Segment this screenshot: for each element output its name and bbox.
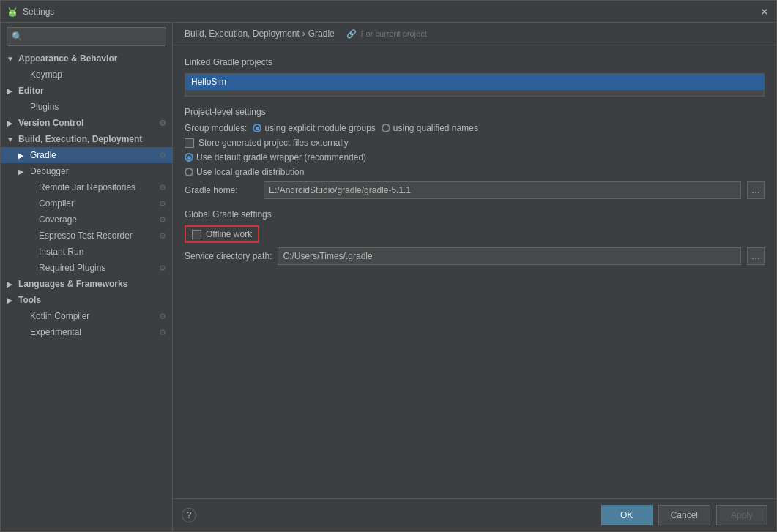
window-title: Settings (23, 7, 54, 17)
settings-icon: ⚙ (159, 119, 166, 128)
settings-icon: ⚙ (159, 183, 166, 192)
sidebar-item-required-plugins[interactable]: Required Plugins ⚙ (1, 260, 172, 276)
linked-gradle-projects-label: Linked Gradle projects (185, 57, 765, 67)
title-bar: Settings ✕ (1, 1, 776, 23)
radio-local-distribution[interactable]: Use local gradle distribution (185, 167, 304, 177)
sidebar-item-plugins[interactable]: Plugins (1, 99, 172, 115)
arrow-icon: ▶ (18, 151, 27, 160)
sidebar-item-build-execution-deployment[interactable]: ▼ Build, Execution, Deployment (1, 131, 172, 147)
close-button[interactable]: ✕ (759, 6, 770, 18)
arrow-icon: ▶ (7, 119, 15, 127)
radio-group-explicit: using explicit module groups (253, 123, 375, 133)
group-modules-row: Group modules: using explicit module gro… (185, 123, 765, 133)
radio-default-wrapper[interactable]: Use default gradle wrapper (recommended) (185, 152, 366, 162)
apply-button[interactable]: Apply (716, 505, 767, 525)
breadcrumb: Build, Execution, Deployment › Gradle 🔗 … (173, 23, 776, 45)
ok-button[interactable]: OK (601, 505, 653, 525)
sidebar-item-appearance-behavior[interactable]: ▼ Appearance & Behavior (1, 50, 172, 67)
group-modules-label: Group modules: (185, 123, 247, 133)
global-gradle-settings: Global Gradle settings Offline work Serv… (185, 209, 765, 265)
radio-qualified-names[interactable]: using qualified names (382, 123, 478, 133)
sidebar-item-tools[interactable]: ▶ Tools (1, 292, 172, 308)
settings-icon: ⚙ (159, 215, 166, 225)
sidebar-item-remote-jar-repositories[interactable]: Remote Jar Repositories ⚙ (1, 179, 172, 195)
svg-rect-1 (9, 12, 16, 16)
svg-point-3 (14, 12, 15, 13)
sidebar-item-languages-frameworks[interactable]: ▶ Languages & Frameworks (1, 276, 172, 292)
svg-line-5 (15, 8, 16, 10)
project-list-item[interactable]: HelloSim (185, 74, 764, 90)
radio-explicit-module-groups[interactable]: using explicit module groups (253, 123, 375, 133)
sidebar: 🔍 ▼ Appearance & Behavior Keymap ▶ Edito… (1, 23, 173, 531)
sidebar-item-version-control[interactable]: ▶ Version Control ⚙ (1, 115, 172, 131)
main-panel: Build, Execution, Deployment › Gradle 🔗 … (173, 23, 776, 531)
offline-work-label: Offline work (206, 229, 252, 239)
radio-group-qualified: using qualified names (382, 123, 478, 133)
help-button[interactable]: ? (182, 508, 196, 522)
linked-gradle-projects-list: HelloSim (185, 73, 765, 97)
use-local-distribution-row: Use local gradle distribution (185, 167, 765, 177)
service-directory-row: Service directory path: … (185, 247, 765, 265)
service-directory-label: Service directory path: (185, 251, 272, 261)
store-generated-checkbox-row[interactable]: Store generated project files externally (185, 138, 349, 148)
store-generated-row: Store generated project files externally (185, 138, 765, 148)
cancel-button[interactable]: Cancel (658, 505, 710, 525)
gradle-home-label: Gradle home: (185, 185, 258, 195)
gradle-home-browse-btn[interactable]: … (747, 181, 765, 199)
settings-icon: ⚙ (159, 199, 166, 209)
radio-qualified-btn[interactable] (382, 124, 390, 132)
search-input[interactable] (26, 31, 161, 42)
offline-work-row: Offline work (185, 225, 765, 243)
sidebar-item-espresso-test-recorder[interactable]: Espresso Test Recorder ⚙ (1, 228, 172, 244)
project-level-settings-label: Project-level settings (185, 107, 765, 117)
settings-icon: ⚙ (159, 231, 166, 241)
use-default-wrapper-row: Use default gradle wrapper (recommended) (185, 152, 765, 162)
arrow-icon: ▼ (7, 55, 15, 63)
sidebar-item-coverage[interactable]: Coverage ⚙ (1, 211, 172, 228)
store-generated-checkbox[interactable] (185, 138, 194, 148)
settings-icon: ⚙ (159, 263, 166, 273)
settings-window: Settings ✕ 🔍 ▼ Appearance & Behavior Key… (0, 0, 777, 532)
arrow-icon: ▼ (7, 135, 15, 143)
main-content: 🔍 ▼ Appearance & Behavior Keymap ▶ Edito… (1, 23, 776, 531)
global-gradle-settings-label: Global Gradle settings (185, 209, 765, 220)
bottom-bar: ? OK Cancel Apply (173, 498, 776, 531)
project-level-settings: Project-level settings Group modules: us… (185, 107, 765, 199)
offline-work-checkbox-box[interactable]: Offline work (185, 225, 259, 243)
service-directory-input[interactable] (278, 247, 741, 265)
settings-icon: ⚙ (159, 328, 166, 337)
sidebar-item-kotlin-compiler[interactable]: Kotlin Compiler ⚙ (1, 308, 172, 324)
search-box[interactable]: 🔍 (7, 27, 166, 46)
sidebar-item-editor[interactable]: ▶ Editor (1, 83, 172, 99)
gradle-home-row: Gradle home: … (185, 181, 765, 199)
radio-default-wrapper-btn[interactable] (185, 153, 193, 162)
sidebar-item-keymap[interactable]: Keymap (1, 67, 172, 83)
svg-line-4 (10, 8, 11, 10)
search-icon: 🔍 (12, 31, 23, 42)
sidebar-item-experimental[interactable]: Experimental ⚙ (1, 324, 172, 340)
sidebar-item-instant-run[interactable]: Instant Run (1, 244, 172, 260)
gradle-home-input[interactable] (264, 181, 741, 199)
radio-explicit-btn[interactable] (253, 124, 261, 132)
bottom-left: ? (182, 508, 196, 522)
sidebar-item-compiler[interactable]: Compiler ⚙ (1, 195, 172, 211)
arrow-icon: ▶ (7, 280, 15, 288)
arrow-icon: ▶ (7, 87, 15, 95)
radio-local-distribution-btn[interactable] (185, 168, 193, 176)
breadcrumb-part1: Build, Execution, Deployment (185, 29, 300, 39)
service-directory-browse-btn[interactable]: … (747, 247, 765, 265)
settings-icon: ⚙ (159, 151, 166, 160)
breadcrumb-part2: Gradle (308, 29, 335, 39)
settings-icon: ⚙ (159, 312, 166, 321)
arrow-icon: ▶ (7, 296, 15, 304)
breadcrumb-separator: › (302, 29, 305, 39)
offline-work-checkbox[interactable] (192, 230, 201, 239)
title-bar-left: Settings (7, 6, 54, 18)
app-icon (7, 6, 18, 18)
svg-point-2 (10, 12, 12, 13)
for-project-label: 🔗 For current project (346, 29, 427, 39)
sidebar-item-gradle[interactable]: ▶ Gradle ⚙ (1, 147, 172, 163)
bottom-right: OK Cancel Apply (601, 505, 767, 525)
sidebar-item-debugger[interactable]: ▶ Debugger (1, 163, 172, 179)
arrow-icon: ▶ (18, 168, 27, 176)
